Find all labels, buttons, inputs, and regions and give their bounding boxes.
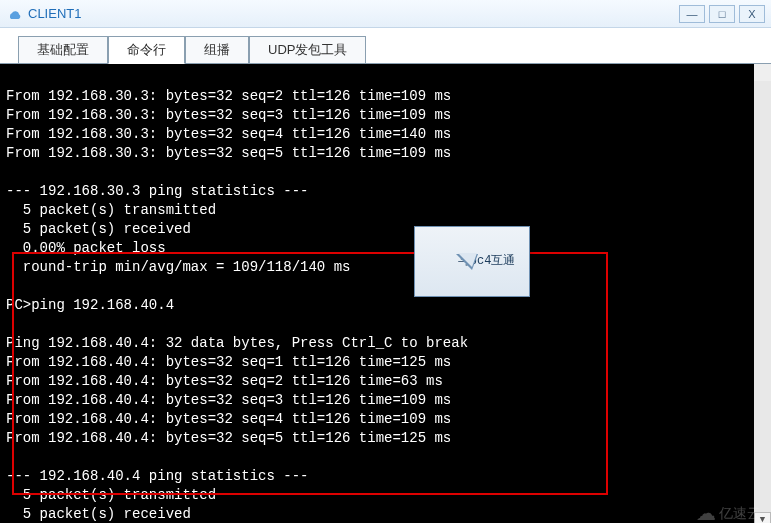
tab-label: UDP发包工具 bbox=[268, 42, 347, 57]
tab-label: 基础配置 bbox=[37, 42, 89, 57]
tab-udp-tool[interactable]: UDP发包工具 bbox=[249, 36, 366, 64]
window-buttons: — □ X bbox=[679, 5, 765, 23]
term-line: From 192.168.30.3: bytes=32 seq=2 ttl=12… bbox=[6, 88, 451, 104]
term-line: From 192.168.40.4: bytes=32 seq=3 ttl=12… bbox=[6, 392, 451, 408]
term-line: From 192.168.40.4: bytes=32 seq=2 ttl=12… bbox=[6, 373, 443, 389]
tab-multicast[interactable]: 组播 bbox=[185, 36, 249, 64]
app-icon bbox=[6, 6, 22, 22]
tab-basic-config[interactable]: 基础配置 bbox=[18, 36, 108, 64]
window-title: CLIENT1 bbox=[28, 6, 679, 21]
scrollbar[interactable]: ▲ ▼ bbox=[754, 64, 771, 523]
term-line: 5 packet(s) received bbox=[6, 506, 191, 522]
tab-bar: 基础配置 命令行 组播 UDP发包工具 bbox=[0, 28, 771, 64]
tab-cli[interactable]: 命令行 bbox=[108, 36, 185, 64]
term-line: round-trip min/avg/max = 109/118/140 ms bbox=[6, 259, 350, 275]
term-line: From 192.168.30.3: bytes=32 seq=3 ttl=12… bbox=[6, 107, 451, 123]
term-line: 5 packet(s) received bbox=[6, 221, 191, 237]
annotation-tail bbox=[456, 254, 478, 270]
titlebar: CLIENT1 — □ X bbox=[0, 0, 771, 28]
maximize-button[interactable]: □ bbox=[709, 5, 735, 23]
term-line: From 192.168.30.3: bytes=32 seq=4 ttl=12… bbox=[6, 126, 451, 142]
term-line: 5 packet(s) transmitted bbox=[6, 487, 216, 503]
term-line: From 192.168.40.4: bytes=32 seq=4 ttl=12… bbox=[6, 411, 451, 427]
watermark-text: 亿速云 bbox=[719, 504, 761, 523]
close-button[interactable]: X bbox=[739, 5, 765, 23]
tab-label: 组播 bbox=[204, 42, 230, 57]
scroll-track[interactable] bbox=[754, 81, 771, 512]
term-line: 5 packet(s) transmitted bbox=[6, 202, 216, 218]
term-line: --- 192.168.30.3 ping statistics --- bbox=[6, 183, 308, 199]
cloud-icon: ☁ bbox=[696, 504, 716, 523]
term-line: PC>ping 192.168.40.4 bbox=[6, 297, 174, 313]
term-line: --- 192.168.40.4 ping statistics --- bbox=[6, 468, 308, 484]
term-line: Ping 192.168.40.4: 32 data bytes, Press … bbox=[6, 335, 468, 351]
term-line: From 192.168.40.4: bytes=32 seq=1 ttl=12… bbox=[6, 354, 451, 370]
watermark: ☁ 亿速云 bbox=[696, 504, 761, 523]
term-line: From 192.168.40.4: bytes=32 seq=5 ttl=12… bbox=[6, 430, 451, 446]
terminal-output[interactable]: From 192.168.30.3: bytes=32 seq=2 ttl=12… bbox=[0, 64, 771, 523]
term-line: 0.00% packet loss bbox=[6, 240, 166, 256]
minimize-button[interactable]: — bbox=[679, 5, 705, 23]
tab-label: 命令行 bbox=[127, 42, 166, 57]
term-line: From 192.168.30.3: bytes=32 seq=5 ttl=12… bbox=[6, 145, 451, 161]
